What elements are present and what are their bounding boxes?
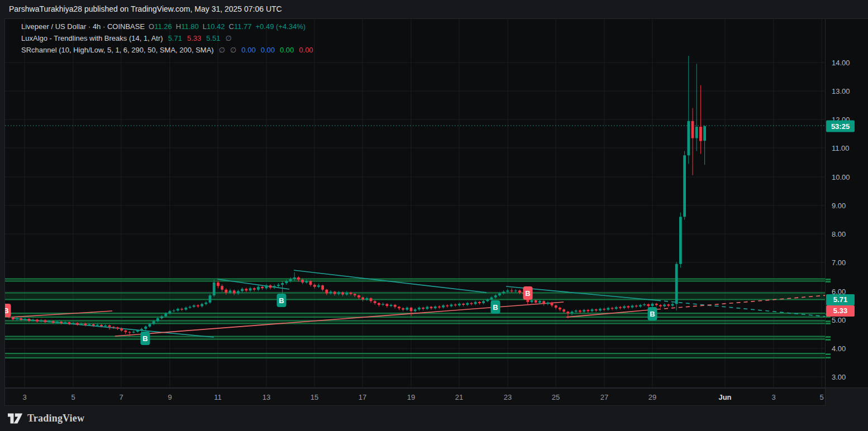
sr-level-axis-mark (826, 320, 831, 322)
indicator-value: 5.33 (187, 34, 201, 42)
candlestick-chart: BBBBBB (5, 19, 826, 388)
svg-text:B: B (493, 303, 498, 312)
price-axis-label: 4.00 (832, 344, 846, 353)
price-axis-label: 8.00 (832, 230, 846, 238)
price-axis-label: 9.00 (832, 202, 846, 210)
indicator-value: 0.00 (241, 46, 255, 54)
time-axis-label: 7 (119, 393, 123, 401)
time-axis-label: Jun (718, 393, 731, 401)
indicator-value: ∅ (230, 46, 236, 54)
svg-text:B: B (142, 334, 147, 343)
price-axis[interactable]: 14.0013.0012.0011.0010.009.008.007.006.0… (826, 18, 868, 388)
indicator-values-srchannel: ∅∅0.000.000.000.00 (214, 46, 313, 54)
legend-indicator-row-srchannel: SRchannel (10, High/Low, 5, 1, 6, 290, 5… (21, 44, 313, 56)
svg-text:B: B (279, 296, 284, 305)
legend-indicator-row-luxalgo: LuxAlgo - Trendlines with Breaks (14, 1,… (21, 32, 313, 44)
sr-level-axis-mark (826, 323, 831, 324)
tradingview-snapshot: ParshwaTurakhiya28 published on TradingV… (0, 0, 868, 431)
indicator-values-luxalgo: 5.715.335.51∅ (163, 34, 232, 42)
time-axis[interactable]: 357911131517192123252729Jun35 (4, 388, 826, 406)
price-axis-label: 14.00 (832, 59, 850, 67)
indicator-price-badge: 5.33 (826, 305, 855, 317)
price-axis-label: 13.00 (832, 87, 850, 95)
time-axis-label: 17 (359, 393, 366, 401)
ohlc-low: L10.42 (199, 22, 225, 31)
indicator-title-srchannel: SRchannel (10, High/Low, 5, 1, 6, 290, 5… (21, 46, 214, 54)
indicator-value: 5.51 (206, 34, 220, 42)
published-header: ParshwaTurakhiya28 published on TradingV… (0, 0, 868, 18)
time-axis-label: 9 (168, 393, 171, 401)
price-axis-label: 11.00 (832, 144, 850, 152)
countdown-badge: 53:25 (826, 121, 855, 132)
sr-level-axis-mark (826, 279, 831, 280)
time-axis-label: 19 (407, 393, 415, 401)
time-axis-label: 5 (819, 393, 823, 401)
time-axis-label: 3 (22, 393, 26, 401)
indicator-price-badge: 5.71 (826, 294, 855, 305)
indicator-value: 0.00 (280, 46, 294, 54)
time-axis-label: 5 (71, 393, 75, 401)
indicator-value: ∅ (226, 34, 232, 42)
time-axis-label: 11 (214, 393, 222, 401)
time-axis-label: 3 (771, 393, 775, 401)
sr-level-axis-mark (826, 339, 831, 341)
chart-pane[interactable]: BBBBBB (4, 18, 826, 388)
sr-level-axis-mark (826, 336, 831, 338)
time-axis-label: 15 (311, 393, 318, 401)
sr-level-axis-mark (826, 353, 831, 355)
brand-text: TradingView (27, 413, 84, 424)
time-axis-label: 25 (552, 393, 560, 401)
indicator-value: ∅ (219, 46, 225, 54)
ohlc-high: H11.80 (172, 22, 199, 31)
price-axis-label: 5.00 (832, 316, 846, 324)
chart-legend: Livepeer / US Dollar · 4h · COINBASEO11.… (21, 21, 313, 56)
time-axis-label: 13 (263, 393, 270, 401)
svg-text:B: B (5, 307, 9, 315)
footer-bar: TradingView (0, 406, 868, 431)
time-axis-label: 21 (455, 393, 463, 401)
indicator-title-luxalgo: LuxAlgo - Trendlines with Breaks (14, 1,… (21, 34, 163, 42)
tradingview-logo-icon (8, 411, 23, 426)
sr-level-axis-mark (826, 281, 831, 282)
svg-text:B: B (650, 310, 655, 318)
gridlines (5, 19, 826, 388)
sr-level-axis-mark (826, 357, 831, 358)
svg-text:B: B (525, 289, 530, 298)
time-axis-label: 23 (504, 393, 512, 401)
price-axis-label: 10.00 (832, 173, 850, 181)
tradingview-brand: TradingView (8, 411, 84, 426)
symbol-title: Livepeer / US Dollar · 4h · COINBASE (21, 22, 145, 31)
sr-channel-lines (5, 279, 826, 358)
ohlc-open: O11.26 (145, 22, 172, 31)
indicator-value: 0.00 (299, 46, 313, 54)
time-axis-label: 29 (648, 393, 656, 401)
indicator-value: 0.00 (261, 46, 275, 54)
price-axis-label: 3.00 (832, 373, 846, 381)
legend-symbol-row: Livepeer / US Dollar · 4h · COINBASEO11.… (21, 21, 313, 32)
ohlc-close: C11.77 (225, 22, 252, 31)
price-axis-label: 7.00 (832, 258, 846, 267)
indicator-value: 5.71 (168, 34, 182, 42)
time-axis-label: 27 (600, 393, 608, 401)
published-text: ParshwaTurakhiya28 published on TradingV… (9, 4, 282, 13)
price-change: +0.49 (+4.34%) (256, 22, 306, 31)
